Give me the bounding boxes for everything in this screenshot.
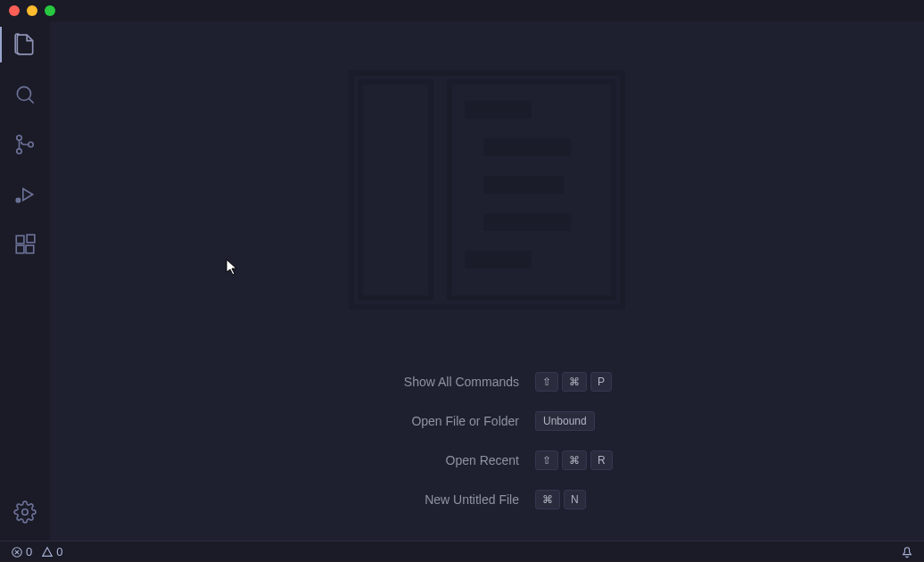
source-control-icon[interactable]: [12, 132, 37, 157]
keycap: ⌘: [535, 490, 560, 509]
activity-bar: [0, 21, 50, 541]
svg-point-0: [17, 87, 30, 100]
shortcut-keys: Unbound: [535, 411, 615, 431]
keycap: ⌘: [562, 372, 587, 392]
window-maximize-button[interactable]: [45, 5, 55, 16]
shortcut-label: Show All Commands: [359, 375, 519, 389]
keycap: ⌘: [562, 450, 587, 470]
keycap: ⇧: [535, 372, 558, 392]
status-bar: 0 0: [0, 541, 924, 562]
svg-point-3: [17, 149, 21, 153]
search-icon[interactable]: [12, 82, 37, 107]
shortcut-show-all-commands: Show All Commands ⇧ ⌘ P: [359, 372, 615, 392]
status-warnings[interactable]: 0: [39, 545, 64, 558]
editor-area: Show All Commands ⇧ ⌘ P Open File or Fol…: [50, 21, 924, 541]
svg-rect-7: [16, 236, 24, 244]
explorer-icon[interactable]: [12, 32, 37, 57]
svg-marker-5: [23, 189, 33, 201]
svg-point-11: [22, 509, 29, 516]
shortcut-keys: ⇧ ⌘ P: [535, 372, 615, 392]
svg-line-1: [29, 98, 33, 103]
error-count: 0: [26, 545, 32, 558]
shortcut-new-untitled-file: New Untitled File ⌘ N: [359, 490, 615, 509]
keycap: R: [590, 450, 613, 470]
run-debug-icon[interactable]: [12, 182, 37, 207]
svg-rect-8: [16, 245, 24, 253]
extensions-icon[interactable]: [12, 232, 37, 257]
window-close-button[interactable]: [9, 5, 20, 16]
shortcut-label: Open File or Folder: [359, 414, 519, 428]
keycap: N: [564, 490, 586, 509]
svg-point-4: [29, 142, 33, 146]
window-minimize-button[interactable]: [27, 5, 37, 16]
shortcut-open-recent: Open Recent ⇧ ⌘ R: [359, 450, 615, 470]
shortcut-label: New Untitled File: [359, 492, 519, 507]
shortcut-open-file-folder: Open File or Folder Unbound: [359, 411, 615, 431]
shortcut-label: Open Recent: [359, 453, 519, 467]
status-errors[interactable]: 0: [9, 545, 34, 558]
watermark-logo: [349, 70, 625, 310]
svg-rect-10: [27, 235, 35, 243]
warning-count: 0: [56, 545, 62, 558]
shortcut-keys: ⌘ N: [535, 490, 615, 509]
settings-gear-icon[interactable]: [12, 500, 37, 525]
shortcuts-list: Show All Commands ⇧ ⌘ P Open File or Fol…: [359, 372, 615, 509]
titlebar: [0, 0, 924, 21]
shortcut-keys: ⇧ ⌘ R: [535, 450, 615, 470]
bell-icon: [901, 546, 913, 558]
svg-point-2: [17, 136, 21, 140]
keycap: P: [590, 372, 612, 392]
notifications-bell[interactable]: [899, 546, 915, 558]
keycap-unbound: Unbound: [535, 411, 595, 431]
error-icon: [11, 546, 23, 558]
keycap: ⇧: [535, 450, 558, 470]
warning-icon: [41, 546, 54, 558]
svg-rect-9: [26, 245, 34, 253]
